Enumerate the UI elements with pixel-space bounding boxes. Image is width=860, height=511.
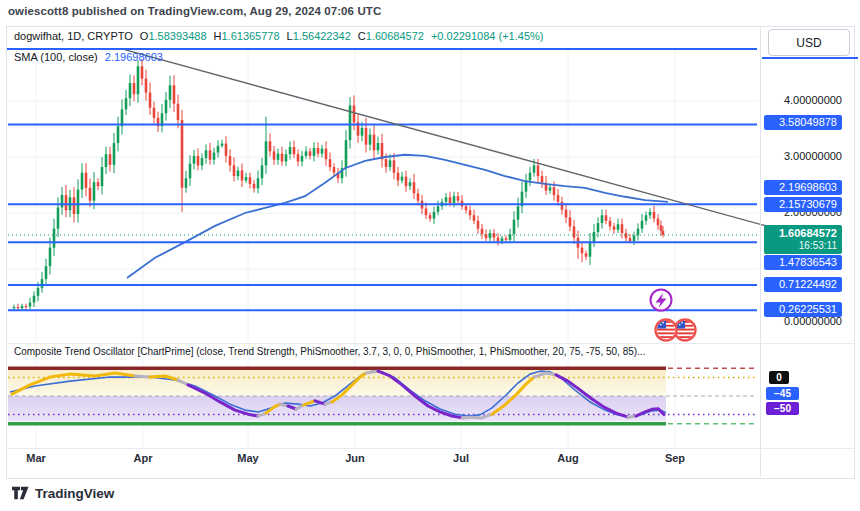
time-axis-label: Jul	[453, 452, 469, 464]
main-chart[interactable]	[0, 0, 860, 511]
price-axis-label: 4.00000000	[764, 94, 847, 107]
sma-label[interactable]: SMA (100, close)	[14, 51, 98, 63]
time-axis-label: Sep	[665, 452, 685, 464]
tradingview-watermark[interactable]: TradingView	[12, 486, 114, 501]
price-axis-label: 0.00000000	[764, 315, 847, 328]
oscillator-value-badge: −45	[766, 387, 799, 400]
pane-separator[interactable]	[6, 343, 854, 344]
high-value: H1.61365778	[214, 30, 280, 42]
countdown-timer: 16:53:11	[764, 240, 837, 252]
symbol-title[interactable]: dogwifhat, 1D, CRYPTO	[14, 30, 133, 42]
time-axis-label: Apr	[134, 452, 153, 464]
price-level-badge: 0.71224492	[764, 277, 842, 292]
tradingview-watermark-text: TradingView	[35, 486, 114, 501]
candlestick-series	[13, 59, 665, 311]
symbol-legend: dogwifhat, 1D, CRYPTO O1.58393488 H1.613…	[14, 30, 543, 42]
tradingview-logo-icon	[12, 486, 29, 501]
oscillator-value-badge: −50	[766, 402, 799, 415]
time-axis-label: Mar	[26, 452, 46, 464]
pane-top-accent-line	[7, 48, 757, 50]
low-value: L1.56422342	[287, 30, 351, 42]
price-level-badge: 2.15730679	[764, 197, 842, 212]
time-axis-label: May	[237, 452, 258, 464]
oscillator-value-badge: 0	[769, 371, 789, 384]
price-level-badge: 3.58049878	[764, 115, 842, 130]
tradingview-snapshot: owiescott8 published on TradingView.com,…	[0, 0, 860, 511]
price-axis-label: 3.00000000	[764, 150, 847, 163]
time-axis-label: Aug	[557, 452, 578, 464]
chart-sticker-icons	[651, 290, 696, 341]
open-value: O1.58393488	[140, 30, 207, 42]
close-value: C1.60684572	[358, 30, 424, 42]
sma-legend: SMA (100, close) 2.19698603	[14, 51, 163, 63]
change-value: +0.02291084 (+1.45%)	[431, 30, 544, 42]
last-price-badge: 1.6068457216:53:11	[764, 225, 842, 254]
oscillator-title[interactable]: Composite Trend Oscillator [ChartPrime] …	[14, 346, 645, 357]
oscillator-pane	[8, 368, 755, 424]
time-axis-separator	[6, 448, 854, 449]
time-axis-label: Jun	[345, 452, 365, 464]
time-axis[interactable]: MarAprMayJunJulAugSep	[0, 452, 757, 468]
price-level-badge: 2.19698603	[764, 180, 842, 195]
price-level-badge: 1.47836543	[764, 255, 842, 270]
price-level-badge: 0.26225531	[764, 302, 842, 317]
sma-value: 2.19698603	[105, 51, 163, 63]
us-flag-icon	[656, 320, 677, 341]
price-axis-separator[interactable]	[760, 26, 761, 477]
